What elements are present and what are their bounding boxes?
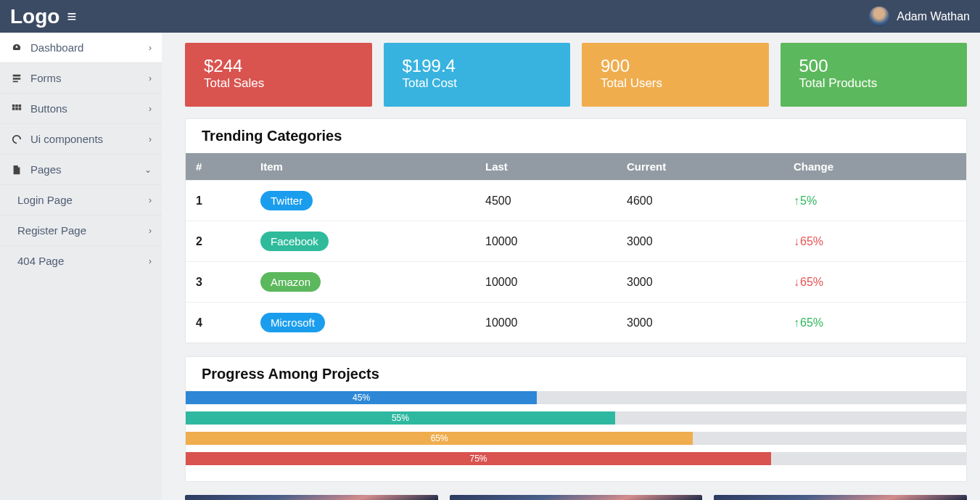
sidebar-item-label: Dashboard [30,41,83,54]
sidebar-item-buttons[interactable]: Buttons› [0,93,162,123]
sidebar-item-label: Forms [30,72,62,84]
table-row: 4Microsoft100003000↑65% [186,303,966,343]
summary-cards: $244Total Sales$199.4Total Cost900Total … [185,43,967,107]
progress-track: 45% [186,391,966,404]
panel-title: Progress Among Projects [186,357,966,391]
chevron-down-icon: ⌄ [144,165,152,175]
summary-card[interactable]: 900Total Users [582,43,769,107]
image-cards-row [185,495,967,500]
arrow-up-icon: ↑ [794,194,799,207]
image-card[interactable] [714,495,967,500]
sidebar-item-ui-components[interactable]: Ui components› [0,123,162,154]
sidebar-item-label: Pages [30,163,62,176]
cell-last: 4500 [479,181,621,221]
image-card[interactable] [450,495,703,500]
trending-table: # Item Last Current Change 1Twitter45004… [186,153,966,343]
cell-item: Microsoft [255,303,479,343]
card-label: Total Products [799,76,949,91]
username[interactable]: Adam Wathan [897,10,970,23]
item-badge[interactable]: Microsoft [260,313,325,332]
card-label: Total Cost [403,76,552,91]
table-row: 1Twitter45004600↑5% [186,181,966,221]
cell-current: 4600 [621,181,788,221]
summary-card[interactable]: 500Total Products [781,43,968,107]
progress-track: 75% [186,452,966,465]
progress-bar: 55% [186,411,615,425]
chevron-right-icon: › [149,134,152,144]
chevron-right-icon: › [149,104,152,114]
sidebar-item-label: Buttons [30,102,67,115]
cell-last: 10000 [479,303,621,343]
card-value: $199.4 [403,56,552,76]
col-last: Last [479,153,621,181]
summary-card[interactable]: $199.4Total Cost [384,43,571,107]
chevron-right-icon: › [149,73,152,83]
logo[interactable]: Logo [10,5,59,28]
item-badge[interactable]: Facebook [260,231,329,251]
progress-bar: 75% [186,452,771,465]
cell-change: ↑5% [788,181,966,221]
col-num: # [186,153,255,181]
trending-panel: Trending Categories # Item Last Current … [185,118,967,343]
cell-change: ↑65% [788,303,966,343]
cell-change: ↓65% [788,262,966,303]
form-icon [10,73,23,83]
card-label: Total Users [601,76,750,91]
arrow-up-icon: ↑ [794,316,799,329]
arrow-down-icon: ↓ [794,235,799,247]
cell-current: 3000 [621,262,788,303]
sidebar-item-label: Ui components [30,133,103,145]
cell-num: 2 [186,221,255,262]
progress-panel: Progress Among Projects 45%55%65%75% [185,356,967,482]
progress-bar: 65% [186,432,693,445]
card-label: Total Sales [204,76,353,91]
chevron-right-icon: › [149,195,152,205]
cell-num: 4 [186,303,255,343]
chevron-right-icon: › [149,226,152,236]
sidebar-subitem-login-page[interactable]: Login Page› [0,184,162,215]
file-icon [10,165,23,175]
chevron-right-icon: › [149,43,152,53]
cell-current: 3000 [621,303,788,343]
cell-num: 1 [186,181,255,221]
col-current: Current [621,153,788,181]
summary-card[interactable]: $244Total Sales [185,43,372,107]
card-value: $244 [204,56,353,76]
progress-track: 55% [186,411,966,425]
col-item: Item [255,153,479,181]
gauge-icon [10,43,23,53]
cell-current: 3000 [621,221,788,262]
sidebar-item-label: Register Page [17,224,86,237]
spinner-icon [10,134,23,144]
cell-change: ↓65% [788,221,966,262]
table-row: 2Facebook100003000↓65% [186,221,966,262]
card-value: 500 [799,56,949,76]
avatar[interactable] [869,7,889,27]
panel-title: Trending Categories [186,119,966,153]
progress-track: 65% [186,432,966,445]
table-row: 3Amazon100003000↓65% [186,262,966,303]
cell-num: 3 [186,262,255,303]
item-badge[interactable]: Amazon [260,272,321,292]
grid-icon [10,104,23,114]
arrow-down-icon: ↓ [794,276,799,288]
cell-item: Facebook [255,221,479,262]
sidebar: Dashboard›Forms›Buttons›Ui components›Pa… [0,33,162,500]
sidebar-subitem-register-page[interactable]: Register Page› [0,215,162,245]
card-value: 900 [601,56,750,76]
top-header: Logo ≡ Adam Wathan [0,0,980,33]
sidebar-item-label: 404 Page [17,255,64,267]
chevron-right-icon: › [149,256,152,266]
sidebar-item-forms[interactable]: Forms› [0,62,162,93]
progress-bar: 45% [186,391,537,404]
cell-item: Twitter [255,181,479,221]
cell-last: 10000 [479,221,621,262]
sidebar-item-dashboard[interactable]: Dashboard› [0,33,162,62]
sidebar-item-pages[interactable]: Pages⌄ [0,154,162,184]
sidebar-item-label: Login Page [17,194,73,206]
main-content: $244Total Sales$199.4Total Cost900Total … [162,33,980,500]
item-badge[interactable]: Twitter [260,191,313,210]
image-card[interactable] [185,495,438,500]
sidebar-subitem-404-page[interactable]: 404 Page› [0,245,162,276]
menu-toggle-icon[interactable]: ≡ [67,9,76,25]
